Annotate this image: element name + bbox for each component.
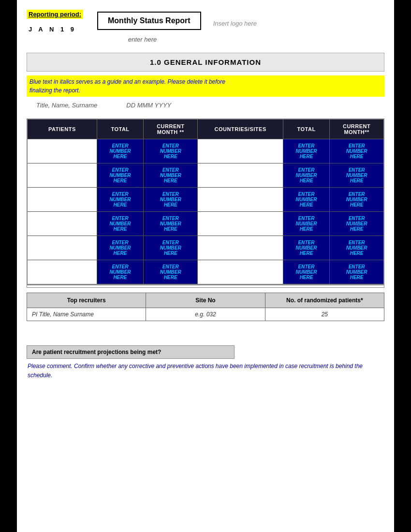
table-cell-r3-c4: ENTER NUMBER HERE bbox=[283, 212, 329, 236]
table-cell-r1-c2: ENTER NUMBER HERE bbox=[144, 163, 198, 188]
table-cell-r0-c2: ENTER NUMBER HERE bbox=[144, 139, 198, 163]
section-title: 1.0 GENERAL INFORMATION bbox=[27, 53, 384, 72]
table-cell-r5-c2: ENTER NUMBER HERE bbox=[144, 260, 198, 285]
table-cell-r1-c0 bbox=[27, 163, 97, 188]
patients-count: 25 bbox=[265, 308, 384, 321]
main-data-table: PATIENTS TOTAL CURRENT MONTH ** COUNTRIE… bbox=[27, 118, 384, 285]
question-box: Are patient recruitment projections bein… bbox=[27, 345, 235, 359]
table-cell-r3-c0 bbox=[27, 212, 97, 236]
table-cell-r0-c3 bbox=[198, 139, 283, 163]
logo-placeholder: Insert logo here bbox=[213, 15, 257, 27]
table-cell-r5-c3 bbox=[198, 260, 283, 285]
col-current-month2: CURRENT MONTH** bbox=[330, 119, 384, 139]
recruiters-table: Top recruiters Site No No. of randomized… bbox=[27, 293, 384, 321]
table-row: ENTER NUMBER HEREENTER NUMBER HEREENTER … bbox=[27, 163, 384, 188]
table-cell-r2-c2: ENTER NUMBER HERE bbox=[144, 188, 198, 212]
col-patients: PATIENTS bbox=[27, 119, 97, 139]
enter-here-text: enter here bbox=[128, 36, 157, 43]
table-row: ENTER NUMBER HEREENTER NUMBER HEREENTER … bbox=[27, 139, 384, 163]
table-cell-r4-c3 bbox=[198, 236, 283, 260]
table-row: ENTER NUMBER HEREENTER NUMBER HEREENTER … bbox=[27, 212, 384, 236]
table-cell-r3-c1: ENTER NUMBER HERE bbox=[97, 212, 143, 236]
table-cell-r0-c0 bbox=[27, 139, 97, 163]
table-row: ENTER NUMBER HEREENTER NUMBER HEREENTER … bbox=[27, 236, 384, 260]
table-cell-r5-c0 bbox=[27, 260, 97, 285]
table-cell-r1-c4: ENTER NUMBER HERE bbox=[283, 163, 329, 188]
table-cell-r2-c5: ENTER NUMBER HERE bbox=[330, 188, 384, 212]
table-cell-r5-c4: ENTER NUMBER HERE bbox=[283, 260, 329, 285]
table-cell-r4-c4: ENTER NUMBER HERE bbox=[283, 236, 329, 260]
table-cell-r2-c1: ENTER NUMBER HERE bbox=[97, 188, 143, 212]
recruiters-col1: Top recruiters bbox=[27, 293, 146, 308]
table-row: ENTER NUMBER HEREENTER NUMBER HEREENTER … bbox=[27, 260, 384, 285]
author-name: Title, Name, Surname bbox=[36, 102, 97, 109]
table-cell-r0-c4: ENTER NUMBER HERE bbox=[283, 139, 329, 163]
reporting-period-label: Reporting period: bbox=[27, 10, 83, 19]
table-row: ENTER NUMBER HEREENTER NUMBER HEREENTER … bbox=[27, 188, 384, 212]
recruiters-col3: No. of randomized patients* bbox=[265, 293, 384, 308]
table-cell-r0-c1: ENTER NUMBER HERE bbox=[97, 139, 143, 163]
table-cell-r2-c3 bbox=[198, 188, 283, 212]
table-cell-r3-c3 bbox=[198, 212, 283, 236]
col-total2: TOTAL bbox=[283, 119, 329, 139]
table-cell-r2-c4: ENTER NUMBER HERE bbox=[283, 188, 329, 212]
table-cell-r1-c3 bbox=[198, 163, 283, 188]
table-cell-r5-c5: ENTER NUMBER HERE bbox=[330, 260, 384, 285]
table-cell-r5-c1: ENTER NUMBER HERE bbox=[97, 260, 143, 285]
recruiter-row: PI Title, Name Surname e.g. 032 25 bbox=[27, 308, 384, 321]
table-cell-r4-c2: ENTER NUMBER HERE bbox=[144, 236, 198, 260]
col-countries-sites: COUNTRIES/SITES bbox=[198, 119, 283, 139]
pi-name: PI Title, Name Surname bbox=[27, 308, 146, 321]
table-cell-r1-c1: ENTER NUMBER HERE bbox=[97, 163, 143, 188]
table-cell-r0-c5: ENTER NUMBER HERE bbox=[330, 139, 384, 163]
table-cell-r4-c1: ENTER NUMBER HERE bbox=[97, 236, 143, 260]
col-current-month: CURRENT MONTH ** bbox=[144, 119, 198, 139]
comment-text: Please comment. Confirm whether any corr… bbox=[28, 362, 384, 380]
recruiters-col2: Site No bbox=[146, 293, 265, 308]
table-cell-r2-c0 bbox=[27, 188, 97, 212]
report-title: Monthly Status Report bbox=[97, 12, 201, 30]
date-letters: J A N 1 9 bbox=[29, 26, 76, 33]
table-cell-r4-c5: ENTER NUMBER HERE bbox=[330, 236, 384, 260]
date-field: DD MMM YYYY bbox=[126, 102, 171, 109]
site-no: e.g. 032 bbox=[146, 308, 265, 321]
col-total: TOTAL bbox=[97, 119, 143, 139]
guide-text: Blue text in italics serves as a guide a… bbox=[27, 75, 384, 97]
table-cell-r4-c0 bbox=[27, 236, 97, 260]
table-cell-r3-c5: ENTER NUMBER HERE bbox=[330, 212, 384, 236]
table-cell-r1-c5: ENTER NUMBER HERE bbox=[330, 163, 384, 188]
table-cell-r3-c2: ENTER NUMBER HERE bbox=[144, 212, 198, 236]
